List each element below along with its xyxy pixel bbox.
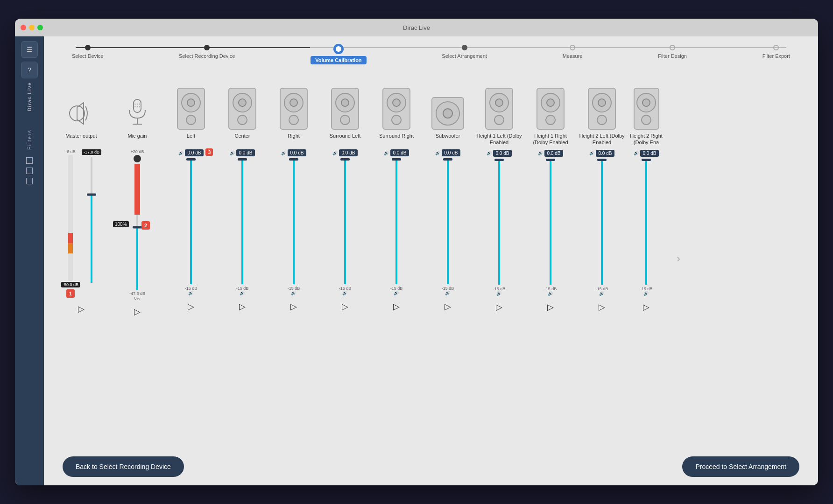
step-volume-calibration[interactable]: Volume Calibration (311, 45, 366, 64)
center-volume-badge: 🔊 0.0 dB (230, 149, 255, 156)
right-woofer (284, 93, 304, 112)
scroll-right-button[interactable]: › (672, 74, 680, 443)
h2l-woofer-inner (598, 98, 606, 107)
step-select-device[interactable]: Select Device (72, 45, 103, 59)
left-fader-handle[interactable] (186, 158, 196, 161)
h2r-play-button[interactable]: ▷ (639, 300, 654, 315)
step-label-recording-device: Select Recording Device (179, 53, 235, 59)
h1l-fader-handle[interactable] (494, 159, 504, 161)
h2l-fader-track (601, 159, 603, 285)
h2r-fader-handle[interactable] (642, 159, 651, 161)
mic-fader-handle[interactable] (133, 226, 142, 229)
channel-height-1-right: Height 1 Right (Dolby Enabled 🔊 0.0 dB (525, 74, 576, 443)
channel-surround-left: Surround Left 🔊 0.0 dB (319, 74, 371, 443)
left-volume-badge: 🔊 0.0 dB 3 (178, 149, 204, 156)
help-button[interactable]: ? (21, 62, 38, 78)
h2r-woofer-inner (642, 98, 650, 107)
surround-left-fader-track (344, 158, 346, 284)
filter-checkbox-2[interactable] (26, 168, 33, 174)
surround-left-woofer (335, 93, 355, 112)
step-dot-recording-device (204, 45, 210, 50)
master-current-db: -17.0 dB (82, 149, 101, 155)
subwoofer-fader-handle[interactable] (443, 158, 452, 161)
mic-gain-icon (126, 74, 149, 130)
master-output-name: Master output (65, 133, 97, 146)
filter-checkbox-3[interactable] (26, 178, 33, 184)
h1r-fader-fill (550, 159, 551, 285)
h1r-play-button[interactable]: ▷ (543, 300, 558, 315)
back-button[interactable]: Back to Select Recording Device (63, 456, 184, 477)
close-button[interactable] (21, 25, 26, 30)
left-play-button[interactable]: ▷ (184, 299, 198, 314)
channels-area: Master output -6 dB -50.0 dB (44, 69, 818, 448)
surround-left-fader-handle[interactable] (340, 158, 350, 161)
height-1-left-icon (485, 74, 513, 130)
step-measure[interactable]: Measure (563, 45, 583, 59)
bottom-nav-bar: Back to Select Recording Device Proceed … (44, 448, 818, 485)
step-filter-export[interactable]: Filter Export (762, 45, 790, 59)
left-name: Left (187, 133, 195, 146)
surround-right-fader-fill (395, 158, 397, 284)
speaker-icon (69, 97, 94, 130)
h2l-woofer (592, 93, 612, 112)
channel-right: Right 🔊 0.0 dB (268, 74, 319, 443)
left-fader-track (190, 158, 192, 284)
minimize-button[interactable] (29, 25, 35, 30)
h1l-woofer (489, 93, 509, 112)
h1r-db-badge: 0.0 dB (544, 150, 564, 157)
left-db-badge: 0.0 dB 3 (185, 149, 204, 156)
step-filter-design[interactable]: Filter Design (658, 45, 687, 59)
mic-gain-knob[interactable] (134, 155, 141, 162)
master-fader-handle[interactable] (87, 194, 96, 196)
surround-right-volume-badge: 🔊 0.0 dB (384, 149, 409, 156)
mic-play-button[interactable]: ▷ (130, 304, 145, 319)
menu-button[interactable]: ☰ (21, 41, 38, 58)
center-play-button[interactable]: ▷ (235, 299, 250, 314)
forward-button[interactable]: Proceed to Select Arrangement (682, 456, 799, 477)
surround-right-fader-track (395, 158, 397, 284)
right-play-button[interactable]: ▷ (286, 299, 301, 314)
h1l-tweeter (494, 115, 504, 125)
surround-left-tweeter (340, 115, 350, 125)
h1r-tweeter (545, 115, 556, 125)
step-select-recording-device[interactable]: Select Recording Device (179, 45, 235, 59)
surround-right-fader-handle[interactable] (392, 158, 401, 161)
center-fader-handle[interactable] (238, 158, 247, 161)
right-woofer-inner (289, 98, 298, 107)
left-fader-fill (190, 158, 192, 284)
right-fader-track (293, 158, 295, 284)
progress-bar-container: Select Device Select Recording Device Vo… (44, 36, 818, 69)
app-window: Dirac Live ☰ ? Dirac Live Filters (15, 19, 818, 485)
surround-left-play-button[interactable]: ▷ (338, 299, 353, 314)
subwoofer-play-button[interactable]: ▷ (440, 299, 455, 314)
h1r-db-bottom: -15 dB (544, 287, 557, 291)
h1l-fader-fill (498, 159, 500, 285)
surround-left-icon (331, 74, 359, 130)
surround-right-db-bottom: -15 dB (390, 286, 403, 291)
h1l-db-badge: 0.0 dB (493, 150, 512, 157)
meter-red-segment (68, 233, 73, 243)
filter-checkbox-1[interactable] (26, 157, 33, 164)
h2l-play-button[interactable]: ▷ (594, 300, 609, 315)
h1r-fader-handle[interactable] (546, 159, 555, 161)
master-play-button[interactable]: ▷ (74, 301, 89, 316)
right-fader-handle[interactable] (289, 158, 298, 161)
h2l-fader-handle[interactable] (597, 159, 607, 161)
height-2-right-icon (634, 74, 659, 130)
h2r-woofer (636, 93, 656, 112)
center-fader-track (241, 158, 243, 284)
surround-right-play-button[interactable]: ▷ (389, 299, 404, 314)
h2r-db-bottom: -15 dB (640, 287, 653, 291)
center-name: Center (234, 133, 250, 146)
step-select-arrangement[interactable]: Select Arrangement (442, 45, 487, 59)
badge-1: 1 (66, 289, 75, 298)
h1l-play-button[interactable]: ▷ (492, 300, 507, 315)
h2l-tweeter (597, 115, 607, 125)
center-speaker-icon (228, 74, 256, 130)
h2r-volume-badge: 🔊 0.0 dB (634, 150, 659, 157)
maximize-button[interactable] (37, 25, 43, 30)
step-label-select-arrangement: Select Arrangement (442, 53, 487, 59)
step-label-filter-export: Filter Export (762, 53, 790, 59)
h1r-volume-badge: 🔊 0.0 dB (538, 150, 564, 157)
surround-right-woofer-inner (392, 98, 401, 107)
